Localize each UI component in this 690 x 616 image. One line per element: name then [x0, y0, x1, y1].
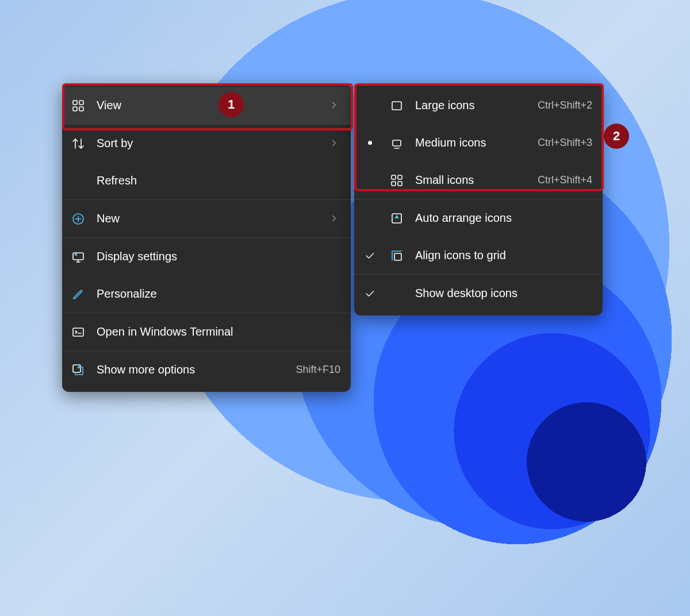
view-icon	[70, 98, 86, 114]
submenu-item-label: Align icons to grid	[415, 249, 592, 262]
show-more-icon	[70, 362, 86, 378]
svg-rect-13	[392, 182, 396, 186]
svg-rect-7	[73, 328, 83, 336]
display-settings-icon	[70, 249, 86, 265]
menu-item-refresh[interactable]: Refresh	[62, 162, 351, 199]
submenu-item-large-icons[interactable]: Large icons Ctrl+Shift+2	[354, 87, 603, 124]
view-submenu: Large icons Ctrl+Shift+2 Medium icons Ct…	[354, 83, 603, 315]
small-icons-icon	[389, 172, 405, 188]
svg-rect-0	[73, 101, 77, 105]
svg-rect-10	[393, 140, 401, 146]
menu-item-label: Sort by	[97, 137, 320, 150]
blank-icon	[389, 286, 405, 302]
menu-item-new[interactable]: New	[62, 200, 351, 237]
svg-rect-14	[398, 182, 402, 186]
submenu-item-label: Large icons	[415, 99, 527, 112]
annotation-badge-2: 2	[604, 124, 629, 149]
personalize-icon	[70, 286, 86, 302]
submenu-item-label: Medium icons	[415, 136, 527, 149]
submenu-item-small-icons[interactable]: Small icons Ctrl+Shift+4	[354, 161, 603, 199]
submenu-item-label: Auto arrange icons	[415, 211, 592, 225]
menu-item-label: Refresh	[97, 174, 340, 187]
menu-item-label: Personalize	[97, 287, 340, 301]
new-icon	[70, 211, 86, 227]
menu-item-label: Show more options	[97, 363, 285, 376]
menu-item-label: Open in Windows Terminal	[97, 325, 340, 338]
submenu-item-medium-icons[interactable]: Medium icons Ctrl+Shift+3	[354, 124, 603, 161]
svg-rect-16	[394, 253, 401, 260]
svg-rect-11	[392, 175, 396, 179]
menu-item-label: Display settings	[97, 250, 340, 263]
submenu-item-label: Small icons	[415, 174, 527, 187]
submenu-item-shortcut: Ctrl+Shift+4	[538, 174, 592, 186]
menu-item-personalize[interactable]: Personalize	[62, 275, 351, 313]
large-icons-icon	[389, 98, 405, 114]
terminal-icon	[70, 324, 86, 340]
submenu-item-show-desktop-icons[interactable]: Show desktop icons	[354, 275, 603, 312]
radio-indicator-selected	[361, 141, 378, 145]
menu-item-label: View	[97, 99, 320, 112]
menu-item-shortcut: Shift+F10	[296, 364, 340, 376]
menu-item-display-settings[interactable]: Display settings	[62, 238, 351, 275]
submenu-item-align-to-grid[interactable]: Align icons to grid	[354, 237, 603, 274]
svg-rect-9	[392, 102, 401, 110]
check-indicator-checked	[361, 250, 378, 261]
medium-icons-icon	[389, 135, 405, 151]
blank-icon	[70, 173, 86, 189]
check-indicator-checked	[361, 288, 378, 299]
auto-arrange-icon	[389, 210, 405, 226]
desktop-context-menu: View Sort by Refresh New	[62, 83, 351, 392]
svg-rect-2	[73, 107, 77, 111]
chevron-right-icon	[330, 137, 340, 150]
svg-rect-3	[79, 107, 83, 111]
submenu-item-shortcut: Ctrl+Shift+3	[538, 137, 592, 149]
submenu-item-label: Show desktop icons	[415, 287, 592, 300]
svg-rect-1	[79, 101, 83, 105]
menu-item-sort-by[interactable]: Sort by	[62, 125, 351, 162]
svg-point-6	[75, 253, 77, 255]
submenu-item-shortcut: Ctrl+Shift+2	[538, 99, 592, 111]
chevron-right-icon	[330, 212, 340, 225]
menu-item-show-more-options[interactable]: Show more options Shift+F10	[62, 351, 351, 388]
align-grid-icon	[389, 248, 405, 264]
menu-item-view[interactable]: View	[62, 87, 351, 124]
svg-rect-12	[398, 175, 402, 179]
svg-rect-5	[73, 253, 83, 260]
sort-icon	[70, 136, 86, 152]
menu-item-label: New	[97, 212, 320, 225]
menu-item-open-terminal[interactable]: Open in Windows Terminal	[62, 313, 351, 351]
chevron-right-icon	[330, 99, 340, 112]
submenu-item-auto-arrange[interactable]: Auto arrange icons	[354, 199, 603, 237]
